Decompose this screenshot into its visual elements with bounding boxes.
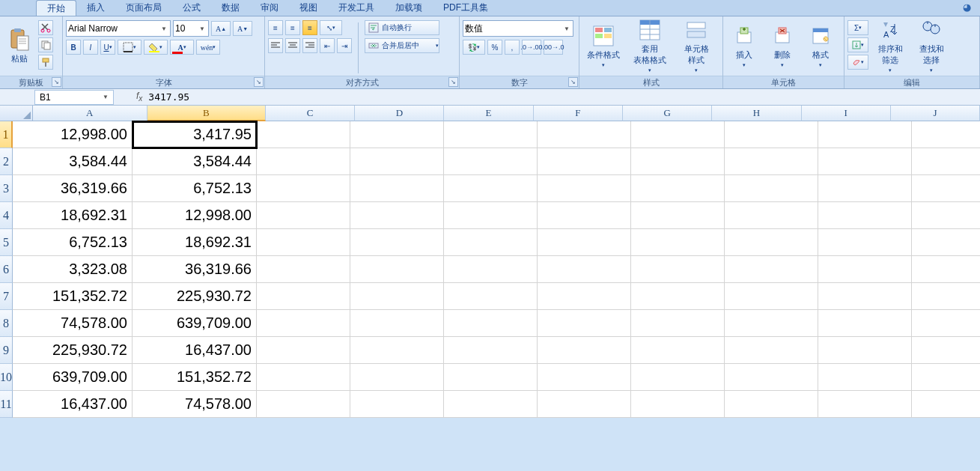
cell[interactable] [444,391,538,418]
cell[interactable] [350,229,444,256]
column-header[interactable]: I [802,106,891,121]
format-as-table-button[interactable]: 套用 表格格式▾ [627,18,673,73]
cell[interactable] [257,256,350,283]
sort-filter-button[interactable]: AZ排序和 筛选▾ [871,18,910,73]
cell[interactable] [912,310,980,337]
cell[interactable]: 3,584.44 [133,148,257,175]
cell[interactable]: 74,578.00 [13,310,133,337]
cell[interactable] [912,337,980,364]
decrease-font-button[interactable]: A▼ [233,21,252,36]
cell[interactable] [350,337,444,364]
cell[interactable] [818,229,912,256]
cell[interactable] [350,310,444,337]
cell[interactable] [912,364,980,391]
cell[interactable] [257,283,350,310]
font-color-button[interactable]: A▾ [170,40,194,55]
conditional-format-button[interactable]: 条件格式▾ [582,18,624,73]
column-header[interactable]: A [33,106,147,121]
tab-8[interactable]: 加载项 [385,0,433,16]
cell[interactable] [725,229,818,256]
cell[interactable] [538,175,631,202]
merge-center-button[interactable]: 合并后居中▾ [365,38,439,53]
cell[interactable] [444,148,538,175]
tab-1[interactable]: 插入 [76,0,115,16]
cell[interactable] [444,283,538,310]
cell[interactable] [444,175,538,202]
cell[interactable] [818,337,912,364]
cell[interactable]: 18,692.31 [133,229,257,256]
cell[interactable] [350,391,444,418]
increase-font-button[interactable]: A▲ [211,21,231,36]
tab-6[interactable]: 视图 [289,0,328,16]
name-box[interactable]: B1▼ [34,90,114,105]
align-middle-button[interactable]: ≡ [285,20,300,35]
cell[interactable] [818,364,912,391]
cell[interactable]: 3,417.95 [133,121,257,148]
cell[interactable]: 12,998.00 [133,202,257,229]
cell[interactable]: 639,709.00 [133,310,257,337]
cell[interactable] [912,283,980,310]
row-header[interactable]: 7 [0,283,13,310]
cell[interactable] [912,121,980,148]
cell[interactable] [538,229,631,256]
column-header[interactable]: G [623,106,712,121]
row-header[interactable]: 4 [0,202,13,229]
dialog-launcher-icon[interactable]: ↘ [568,77,578,87]
cell[interactable] [912,391,980,418]
cell[interactable] [725,364,818,391]
row-header[interactable]: 1 [0,121,13,148]
cell[interactable]: 16,437.00 [13,391,133,418]
italic-button[interactable]: I [83,40,98,55]
cell[interactable] [725,202,818,229]
cell[interactable] [257,121,350,148]
cut-button[interactable] [38,20,53,35]
column-header[interactable]: B [147,106,266,121]
dialog-launcher-icon[interactable]: ↘ [254,77,264,87]
cell[interactable] [631,391,725,418]
cell-styles-button[interactable]: 单元格 样式▾ [675,18,717,73]
row-header[interactable]: 11 [0,391,13,418]
cell[interactable] [350,175,444,202]
tab-3[interactable]: 公式 [172,0,211,16]
cell[interactable] [350,148,444,175]
cell[interactable] [257,310,350,337]
column-header[interactable]: H [712,106,801,121]
underline-button[interactable]: U▾ [100,40,115,55]
font-size-combo[interactable]: 10▼ [173,20,209,37]
comma-button[interactable]: , [505,40,520,55]
autosum-button[interactable]: Σ▾ [847,20,868,35]
tab-2[interactable]: 页面布局 [115,0,172,16]
cell[interactable] [350,283,444,310]
clear-button[interactable]: ▾ [847,55,868,70]
cell[interactable] [725,121,818,148]
insert-cells-button[interactable]: 插入▾ [726,18,762,73]
format-cells-button[interactable]: 格式▾ [803,18,839,73]
cell[interactable] [818,391,912,418]
align-center-button[interactable] [285,38,300,53]
cell[interactable] [631,310,725,337]
tab-7[interactable]: 开发工具 [328,0,385,16]
cell[interactable] [257,175,350,202]
font-family-combo[interactable]: Arial Narrow▼ [66,20,171,37]
cell[interactable] [631,256,725,283]
cell[interactable]: 151,352.72 [13,283,133,310]
cell[interactable] [444,310,538,337]
cell[interactable] [257,202,350,229]
find-select-button[interactable]: 查找和 选择▾ [912,18,951,73]
cell[interactable] [444,121,538,148]
formula-input[interactable]: 3417.95 [148,91,189,103]
accounting-format-button[interactable]: 💱▾ [463,40,485,55]
cell[interactable] [350,202,444,229]
cell[interactable] [444,229,538,256]
cell[interactable] [912,229,980,256]
dialog-launcher-icon[interactable]: ↘ [52,77,61,87]
cell[interactable] [631,283,725,310]
cell[interactable]: 16,437.00 [133,337,257,364]
column-header[interactable]: J [891,106,980,121]
tab-5[interactable]: 审阅 [250,0,289,16]
cell[interactable] [818,310,912,337]
cell[interactable]: 225,930.72 [13,337,133,364]
percent-button[interactable]: % [487,40,502,55]
cell[interactable] [538,256,631,283]
cell[interactable]: 3,584.44 [13,148,133,175]
